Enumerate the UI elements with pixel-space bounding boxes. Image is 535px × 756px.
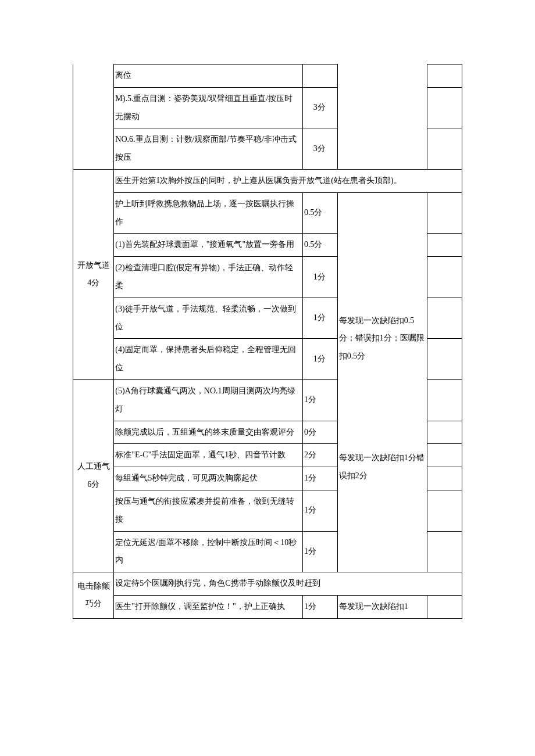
desc-cell: (4)固定而罩，保持患者头后仰稳定，全程管理无回位 (114, 339, 303, 380)
ded-cell (337, 192, 427, 234)
section-header: 设定待5个医嘱刚执行完，角色C携带手动除颤仪及时赶到 (114, 572, 462, 596)
table-row: 护上听到呼救携急救物品上场，逐一按医嘱执行操作 0.5分 (73, 192, 462, 234)
blank-cell (427, 444, 462, 467)
table-row: (3)徒手开放气道，手法规范、轻柔流畅，一次做到位 1分 每发现一次缺陷扣0.5… (73, 298, 462, 339)
blank-cell (427, 595, 462, 618)
score-cell: 3分 (302, 87, 337, 128)
blank-cell (427, 490, 462, 531)
desc-cell: 定位无延迟/面罩不移除，控制中断按压时间＜10秒内 (114, 531, 303, 572)
score-cell: 1分 (302, 339, 337, 380)
score-cell: 0分 (302, 421, 337, 444)
table-row: 医生"打开除颤仪，调至监护位！"，护上正确执 1分 每发现一次缺陷扣1 (73, 595, 462, 618)
ded-cell (337, 128, 427, 170)
table-row: 定位无延迟/面罩不移除，控制中断按压时间＜10秒内 1分 (73, 531, 462, 572)
desc-cell: NO.6.重点目测：计数/观察面部/节奏平稳/非冲击式按压 (114, 128, 303, 170)
ded-cell (337, 257, 427, 298)
table-row: 除颤完成以后，五组通气的终末质量交由客观评分 0分 (73, 421, 462, 444)
table-row: 电击除颤巧分 设定待5个医嘱刚执行完，角色C携带手动除颤仪及时赶到 (73, 572, 462, 596)
desc-cell: (3)徒手开放气道，手法规范、轻柔流畅，一次做到位 (114, 298, 303, 339)
category-cell (73, 65, 114, 88)
ded-cell (337, 531, 427, 572)
score-cell (302, 65, 337, 88)
ded-cell (337, 379, 427, 421)
desc-cell: 每组通气5秒钟完成，可见两次胸廓起伏 (114, 467, 303, 490)
blank-cell (427, 128, 462, 170)
blank-cell (427, 257, 462, 298)
blank-cell (427, 421, 462, 444)
score-cell: 0.5分 (302, 234, 337, 257)
desc-cell: 按压与通气的衔接应紧凑并提前准备，做到无缝转接 (114, 490, 303, 531)
ded-cell (337, 87, 427, 128)
blank-cell (427, 234, 462, 257)
category-cell (73, 87, 114, 128)
desc-cell: 医生"打开除颤仪，调至监护位！"，护上正确执 (114, 595, 303, 618)
score-cell: 3分 (302, 128, 337, 170)
score-cell: 1分 (302, 595, 337, 618)
table-row: 人工通气6分 (5)A角行球囊通气两次，NO.1周期目测两次均亮绿灯 1分 (73, 379, 462, 421)
table-row: 按压与通气的衔接应紧凑并提前准备，做到无缝转接 1分 (73, 490, 462, 531)
scoring-table: 离位 M).5.重点目测：姿势美观/双臂细直且垂直/按压时无摆动 3分 NO.6… (73, 64, 462, 619)
desc-cell: M).5.重点目测：姿势美观/双臂细直且垂直/按压时无摆动 (114, 87, 303, 128)
table-row: NO.6.重点目测：计数/观察面部/节奏平稳/非冲击式按压 3分 (73, 128, 462, 170)
desc-cell: (1)首先装配好球囊面罩，"接通氧气"放置一旁备用 (114, 234, 303, 257)
desc-cell: 标准"E-C"手法固定面罩，通气1秒、四音节计数 (114, 444, 303, 467)
score-cell: 1分 (302, 379, 337, 421)
category-cell: 人工通气6分 (73, 379, 114, 572)
table-row: 标准"E-C"手法固定面罩，通气1秒、四音节计数 2分 每发现一次缺陷扣1分错误… (73, 444, 462, 467)
document-page: 离位 M).5.重点目测：姿势美观/双臂细直且垂直/按压时无摆动 3分 NO.6… (0, 0, 535, 642)
desc-cell: 除颤完成以后，五组通气的终末质量交由客观评分 (114, 421, 303, 444)
desc-cell: (2)检查清理口腔(假定有异物)，手法正确、动作轻柔 (114, 257, 303, 298)
ded-cell (337, 65, 427, 88)
desc-cell: 离位 (114, 65, 303, 88)
table-row: (1)首先装配好球囊面罩，"接通氧气"放置一旁备用 0.5分 (73, 234, 462, 257)
desc-cell: 护上听到呼救携急救物品上场，逐一按医嘱执行操作 (114, 192, 303, 234)
blank-cell (427, 467, 462, 490)
blank-cell (427, 65, 462, 88)
table-row: 开放气道4分 医生开始第1次胸外按压的同时，护上遵从医嘱负责开放气道(站在患者头… (73, 169, 462, 192)
ded-cell: 每发现一次缺陷扣0.5分；错误扣1分；医嘱限扣0.5分 (337, 298, 427, 379)
table-row: (2)检查清理口腔(假定有异物)，手法正确、动作轻柔 1分 (73, 257, 462, 298)
blank-cell (427, 339, 462, 380)
category-cell: 电击除颤巧分 (73, 572, 114, 619)
desc-cell: (5)A角行球囊通气两次，NO.1周期目测两次均亮绿灯 (114, 379, 303, 421)
blank-cell (427, 87, 462, 128)
score-cell: 1分 (302, 490, 337, 531)
category-cell: 开放气道4分 (73, 169, 114, 379)
blank-cell (427, 192, 462, 234)
ded-cell: 每发现一次缺陷扣1分错误扣2分 (337, 444, 427, 490)
ded-cell (337, 490, 427, 531)
score-cell: 1分 (302, 531, 337, 572)
score-cell: 1分 (302, 467, 337, 490)
blank-cell (427, 298, 462, 339)
blank-cell (427, 379, 462, 421)
table-row: 离位 (73, 65, 462, 88)
score-cell: 2分 (302, 444, 337, 467)
ded-cell: 每发现一次缺陷扣1 (337, 595, 427, 618)
category-cell (73, 128, 114, 170)
blank-cell (427, 531, 462, 572)
score-cell: 1分 (302, 257, 337, 298)
score-cell: 1分 (302, 298, 337, 339)
ded-cell (337, 421, 427, 444)
score-cell: 0.5分 (302, 192, 337, 234)
section-header: 医生开始第1次胸外按压的同时，护上遵从医嘱负责开放气道(站在患者头顶部)。 (114, 169, 462, 192)
table-row: M).5.重点目测：姿势美观/双臂细直且垂直/按压时无摆动 3分 (73, 87, 462, 128)
ded-cell (337, 234, 427, 257)
